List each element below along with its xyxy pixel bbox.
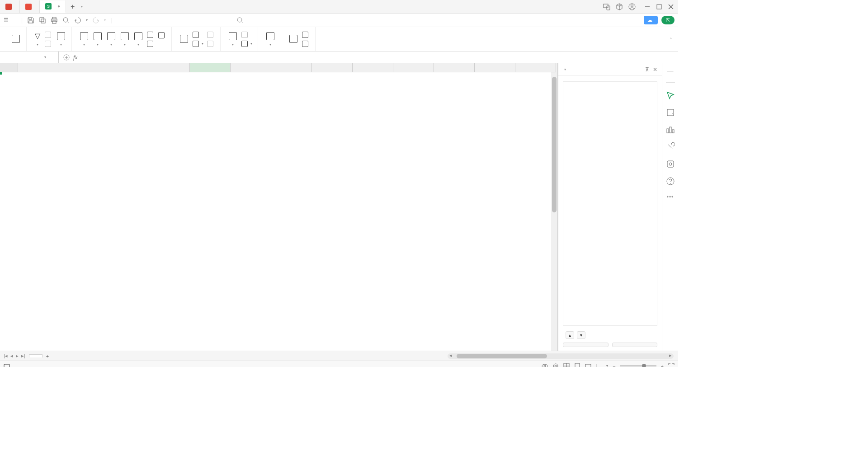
- col-header-G[interactable]: [353, 63, 393, 72]
- tab-templates[interactable]: [20, 0, 40, 13]
- editlinks-button[interactable]: [240, 31, 254, 39]
- redo-icon[interactable]: [92, 17, 99, 24]
- scroll-thumb[interactable]: [552, 77, 557, 212]
- pin-icon[interactable]: ⊼: [645, 66, 649, 73]
- first-sheet-icon[interactable]: |◂: [4, 353, 8, 359]
- tab-dropdown-icon[interactable]: ▾: [81, 5, 83, 9]
- hscroll-thumb[interactable]: [457, 354, 547, 358]
- analysis-icon[interactable]: [666, 125, 675, 134]
- last-sheet-icon[interactable]: ▸|: [21, 353, 25, 359]
- group-button[interactable]: [191, 31, 205, 39]
- minimize-icon[interactable]: [645, 4, 650, 9]
- whatif-button[interactable]: [300, 31, 311, 39]
- col-header-F[interactable]: [312, 63, 353, 72]
- share-button[interactable]: ⇱: [661, 16, 675, 24]
- consolidate-button[interactable]: [156, 31, 168, 39]
- collapse-button[interactable]: [205, 40, 217, 48]
- getdata-button[interactable]: ▾: [226, 31, 240, 47]
- name-box[interactable]: ▾: [0, 52, 59, 63]
- devices-icon[interactable]: [603, 3, 610, 10]
- grid-view-icon[interactable]: [563, 363, 570, 367]
- eye-icon[interactable]: [542, 363, 548, 367]
- tools-icon[interactable]: [666, 142, 675, 151]
- print-preview-icon[interactable]: [62, 17, 70, 24]
- filter-button[interactable]: ▽ ▾: [32, 31, 43, 47]
- ungroup-button[interactable]: ▾: [191, 40, 205, 48]
- select-icon[interactable]: [666, 91, 675, 100]
- help-icon[interactable]: [666, 177, 675, 186]
- fill-button[interactable]: ▾: [132, 31, 145, 47]
- hamburger-icon[interactable]: ☰: [4, 17, 9, 24]
- reapply-button[interactable]: [43, 40, 54, 48]
- undo-dropdown-icon[interactable]: ▾: [86, 18, 88, 22]
- maximize-icon[interactable]: [656, 4, 662, 9]
- collapse-sidebar-icon[interactable]: —: [667, 67, 674, 74]
- pivot-table-button[interactable]: [9, 34, 23, 45]
- hideall-objects-button[interactable]: [612, 343, 658, 347]
- layer-down-button[interactable]: ▾: [577, 331, 585, 339]
- tab-workbook[interactable]: S ●: [40, 0, 66, 13]
- search-icon[interactable]: [236, 17, 244, 24]
- scroll-right-icon[interactable]: ▸: [669, 352, 672, 358]
- col-header-I[interactable]: [434, 63, 475, 72]
- stocks-button[interactable]: ▾: [264, 31, 277, 47]
- close-icon[interactable]: ✕: [653, 66, 657, 73]
- audit-button[interactable]: [300, 40, 311, 48]
- vertical-scrollbar[interactable]: [551, 72, 557, 351]
- more-icon[interactable]: •••: [667, 194, 674, 200]
- page-view-icon[interactable]: [574, 363, 580, 367]
- subtotal-button[interactable]: [177, 34, 191, 45]
- smart-analysis-button[interactable]: [287, 34, 300, 45]
- add-sheet-button[interactable]: +: [42, 353, 52, 359]
- ribbon-collapse-handle[interactable]: ⌃: [669, 37, 673, 42]
- fullscreen-icon[interactable]: [668, 363, 675, 367]
- lookup-button[interactable]: [145, 31, 156, 39]
- validate-button[interactable]: ▾: [118, 31, 132, 47]
- cube-icon[interactable]: [616, 3, 623, 10]
- sort-button[interactable]: ▾: [54, 31, 68, 47]
- name-box-input[interactable]: [4, 54, 44, 61]
- col-header-H[interactable]: [393, 63, 434, 72]
- close-icon[interactable]: [668, 4, 674, 9]
- col-header-J[interactable]: [475, 63, 515, 72]
- record-icon[interactable]: [4, 363, 10, 367]
- select-all-corner[interactable]: [0, 63, 18, 72]
- fx-icon[interactable]: fx: [73, 54, 77, 61]
- col-header-A[interactable]: [18, 63, 149, 72]
- undo-icon[interactable]: [74, 17, 81, 24]
- spreadsheet-grid[interactable]: [0, 63, 558, 351]
- zoom-thumb[interactable]: [642, 364, 646, 367]
- properties-icon[interactable]: [666, 108, 675, 117]
- split-button[interactable]: ▾: [104, 31, 118, 47]
- copy-icon[interactable]: [39, 17, 46, 24]
- expand-button[interactable]: [205, 31, 217, 39]
- expand-icon[interactable]: [63, 54, 70, 61]
- dropdown-button[interactable]: [145, 40, 156, 48]
- objects-list[interactable]: [563, 81, 657, 326]
- col-header-K[interactable]: [515, 63, 556, 72]
- col-header-D[interactable]: [231, 63, 271, 72]
- zoom-out-button[interactable]: −: [613, 363, 615, 367]
- cloud-upload-button[interactable]: ☁: [644, 16, 658, 24]
- col-header-C[interactable]: [190, 63, 231, 72]
- new-tab-button[interactable]: +: [66, 3, 79, 11]
- scroll-left-icon[interactable]: ◂: [449, 352, 452, 358]
- avatar-icon[interactable]: [628, 3, 636, 10]
- next-sheet-icon[interactable]: ▸: [16, 353, 19, 359]
- col-header-E[interactable]: [271, 63, 312, 72]
- tab-wps-office[interactable]: [0, 0, 20, 13]
- dedup-button[interactable]: ▾: [77, 31, 91, 47]
- zoom-in-button[interactable]: +: [661, 363, 664, 367]
- save-icon[interactable]: [27, 17, 34, 24]
- redo-dropdown-icon[interactable]: ▾: [104, 18, 106, 22]
- print-icon[interactable]: [51, 17, 58, 24]
- showall-button[interactable]: [43, 31, 54, 39]
- col-header-B[interactable]: [149, 63, 190, 72]
- compare-button[interactable]: ▾: [91, 31, 104, 47]
- zoom-dropdown-icon[interactable]: ▾: [606, 364, 608, 367]
- chevron-down-icon[interactable]: ▾: [44, 55, 46, 59]
- refresh-button[interactable]: ▾: [240, 40, 254, 48]
- reading-view-icon[interactable]: [585, 363, 591, 367]
- layer-up-button[interactable]: ▴: [566, 331, 574, 339]
- showall-objects-button[interactable]: [563, 343, 609, 347]
